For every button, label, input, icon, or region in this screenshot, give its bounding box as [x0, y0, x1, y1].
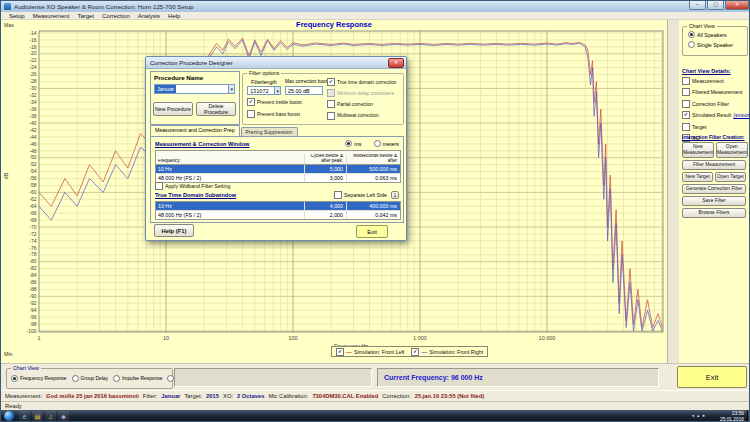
dialog-close-icon[interactable]: ✕ [388, 58, 404, 68]
taskbar-app-icon-0[interactable]: e [19, 411, 30, 422]
maximize-button[interactable]: ▢ [707, 1, 724, 10]
save-filter-button[interactable]: Save Filter [682, 196, 746, 206]
taskbar-app-icon-2[interactable]: ♫ [45, 411, 56, 422]
checkbox-minimum-delay-crossovers[interactable]: Minimum delay crossovers [327, 89, 397, 97]
checkbox-box[interactable] [682, 88, 690, 96]
checkbox-box[interactable] [682, 123, 690, 131]
checkbox-apply-widband-filter-setting[interactable]: Apply Widband Filter Setting [155, 182, 230, 190]
new-procedure-button[interactable]: New Procedure [153, 102, 193, 116]
checkbox-box[interactable] [155, 182, 163, 190]
dropdown-arrow-icon[interactable]: ▾ [274, 87, 280, 94]
browse-filters-button[interactable]: Browse Filters [682, 208, 746, 218]
status-label: Target: [184, 393, 202, 399]
checkbox-multiseat-correction[interactable]: Multiseat correction [327, 112, 397, 120]
sidebar-button-row: Generate Correction Filter [682, 184, 746, 194]
checkbox-partial-correction[interactable]: Partial correction [327, 100, 397, 108]
table-row[interactable]: 10 Hz5,000500.000 ms [156, 165, 400, 174]
open-target-button[interactable]: Open Target [715, 172, 746, 182]
legend-checkbox[interactable]: ✓ [411, 348, 419, 356]
checkbox-label: Measurement [692, 78, 724, 84]
new-target-button[interactable]: New Target [682, 172, 713, 182]
exit-button[interactable]: Exit [677, 366, 747, 388]
taskbar-app-icon-1[interactable]: ▤ [32, 411, 43, 422]
generate-correction-filter-button[interactable]: Generate Correction Filter [682, 184, 746, 194]
filter-measurement-button[interactable]: Filter Measurement [682, 160, 746, 170]
radio-meters[interactable]: meters [374, 140, 399, 147]
subwindow-spin-button[interactable]: 1 [391, 191, 399, 199]
correction-window-table[interactable]: FrequencyCycles before & after peak:Mill… [155, 150, 401, 183]
radio-group-delay[interactable]: Group Delay [72, 375, 108, 382]
radio-frequency-response[interactable]: Frequency Response [11, 375, 67, 382]
svg-text:-30: -30 [29, 85, 36, 91]
radio-single-speaker[interactable]: Single Speaker [688, 41, 733, 48]
checkbox-true-time-domain-correction[interactable]: ✓True time domain correction [327, 78, 397, 86]
dialog-exit-button[interactable]: Exit [356, 225, 388, 238]
radio-impulse-response[interactable]: Impulse Response [113, 375, 163, 382]
menu-correction[interactable]: Correction [98, 13, 134, 19]
checkbox-box[interactable] [334, 191, 342, 199]
tray-icon-2[interactable]: ● [702, 413, 705, 418]
filterlength-combo[interactable]: 131072 ▾ [247, 86, 281, 95]
subwindow-table[interactable]: 10 Hz4,000400.000 ms48 000 Hz (FS / 2)2,… [155, 201, 401, 220]
table-cell: 0.063 ms [346, 174, 400, 182]
checkbox-box[interactable]: ✓ [247, 98, 255, 106]
smoothed-link[interactable]: (smoothed) [733, 112, 750, 118]
checkbox-separate-left-side[interactable]: Separate Left Side [334, 191, 387, 199]
measurement-correction-window-heading[interactable]: Measurement & Correction Window [155, 141, 249, 147]
open-measurement-button[interactable]: Open Measurement [716, 142, 748, 158]
menu-setup[interactable]: Setup [5, 13, 29, 19]
menu-target[interactable]: Target [73, 13, 98, 19]
table-row[interactable]: 48 000 Hz (FS / 2)3,0000.063 ms [156, 174, 400, 182]
checkbox-box[interactable]: ✓ [327, 78, 335, 86]
tab-measurement-and-correction-prep[interactable]: Measurement and Correction Prep [150, 125, 240, 136]
table-row[interactable]: 48 000 Hz (FS / 2)2,0000.042 ms [156, 211, 400, 219]
max-boost-input[interactable]: 25.00 dB [285, 86, 323, 95]
filter-options-right-checkboxes: ✓True time domain correctionMinimum dela… [327, 78, 397, 120]
checkbox-target[interactable]: Target [682, 123, 750, 131]
checkbox-prevent-bass-boost[interactable]: Prevent bass boost [247, 110, 302, 118]
table-row[interactable]: 10 Hz4,000400.000 ms [156, 202, 400, 211]
checkbox-prevent-treble-boost[interactable]: ✓Prevent treble boost [247, 98, 302, 106]
checkbox-box[interactable] [327, 100, 335, 108]
taskbar-clock[interactable]: 23:56 25.01.2016 [720, 411, 744, 422]
menu-analysis[interactable]: Analysis [134, 13, 164, 19]
dropdown-arrow-icon[interactable]: ▾ [228, 85, 234, 93]
delete-procedure-button[interactable]: Delete Procedure [196, 102, 236, 116]
svg-text:-18: -18 [29, 44, 36, 50]
checkbox-box[interactable] [682, 77, 690, 85]
legend-item-simulation-front-right: ✓—Simulation: Front Right [411, 348, 483, 356]
checkbox-box[interactable] [682, 100, 690, 108]
tray-icon-1[interactable]: ▴ [697, 413, 699, 418]
status-label: Filter: [143, 393, 158, 399]
radio-ms[interactable]: ms [345, 140, 361, 147]
radio-all-speakers[interactable]: All Speakers [688, 31, 733, 38]
checkbox-correction-filter[interactable]: Correction Filter [682, 100, 750, 108]
chart-legend: ✓—Simulation: Front Left✓—Simulation: Fr… [331, 346, 488, 357]
checkbox-box[interactable]: ✓ [682, 111, 690, 119]
true-time-domain-subwindow-heading[interactable]: True Time Domain Subwindow [155, 192, 236, 198]
checkbox-box[interactable] [327, 112, 335, 120]
new-measurement-button[interactable]: New Measurement [682, 142, 714, 158]
procedure-name-combo[interactable]: Januar ▾ [154, 84, 235, 94]
radio-label: Group Delay [81, 376, 108, 381]
checkbox-measurement[interactable]: Measurement [682, 77, 750, 85]
checkbox-box[interactable] [247, 110, 255, 118]
start-button[interactable] [4, 411, 14, 421]
menu-help[interactable]: Help [164, 13, 184, 19]
svg-text:10: 10 [163, 335, 169, 341]
tray-icon-0[interactable]: ◂ [692, 413, 694, 418]
filter-options-groupbox: Filter options Filterlength Max correcti… [242, 73, 404, 125]
checkbox-simulated-result[interactable]: ✓Simulated Result(smoothed) [682, 111, 750, 119]
checkbox-box[interactable] [327, 89, 335, 97]
close-button[interactable]: ✕ [725, 1, 749, 10]
help-button[interactable]: Help (F1) [154, 224, 194, 237]
taskbar-app-icon-3[interactable]: ◈ [58, 411, 69, 422]
checkbox-filtered-measurement[interactable]: Filtered Measurement [682, 88, 750, 96]
apply-widband-row: Apply Widband Filter Setting [155, 182, 399, 190]
tab-prering-suppression[interactable]: Prering Suppression [241, 127, 298, 136]
legend-checkbox[interactable]: ✓ [336, 348, 344, 356]
minimize-button[interactable]: – [689, 1, 706, 10]
measurement-correction-prep-panel: Measurement & Correction Window msmeters… [150, 136, 404, 223]
menu-measurement[interactable]: Measurement [29, 13, 74, 19]
radio-label: Frequency Response [20, 376, 67, 381]
